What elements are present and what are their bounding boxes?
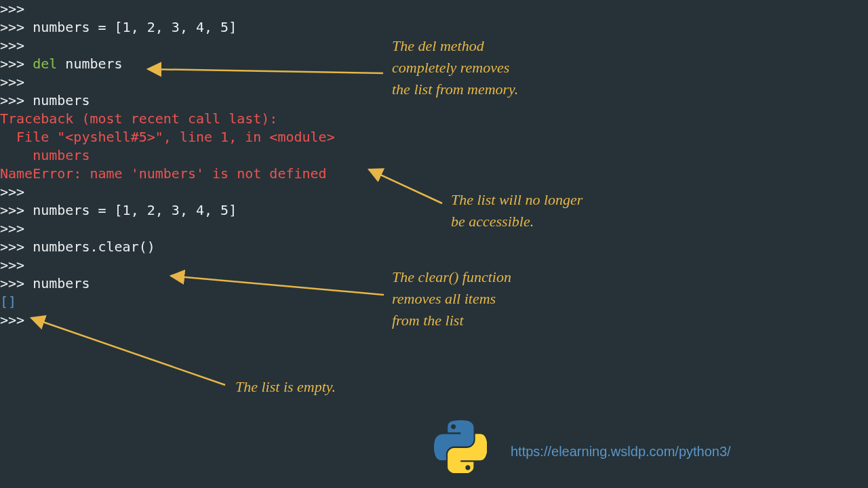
annotation-list-empty: The list is empty. <box>235 376 336 398</box>
annotation-clear-function: The clear() function removes all items f… <box>392 266 511 331</box>
python-logo-icon <box>434 420 487 473</box>
source-url: https://elearning.wsldp.com/python3/ <box>511 444 731 460</box>
annotation-not-accessible: The list will no longer be accessible. <box>451 189 583 232</box>
terminal-output: >>> >>> numbers = [1, 2, 3, 4, 5] >>> >>… <box>0 0 335 329</box>
annotation-del-method: The del method completely removes the li… <box>392 35 518 100</box>
svg-line-1 <box>369 169 442 203</box>
